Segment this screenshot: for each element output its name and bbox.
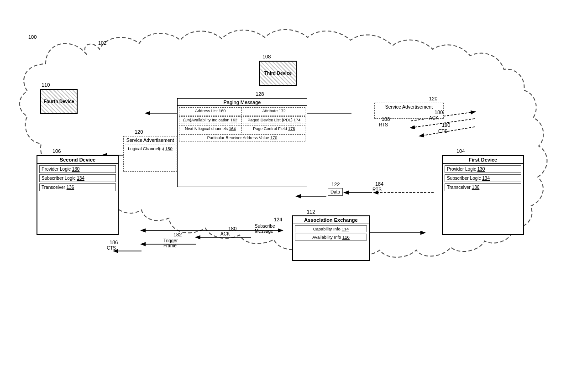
ref-106: 106 <box>52 148 61 154</box>
paging-receiver-addr: Particular Receiver Address Value 170 <box>179 134 305 141</box>
data-box: Data <box>328 188 343 196</box>
service-adv-right-title: Service Advertisement <box>375 103 443 110</box>
patent-diagram: 100 102 Fourth Device 110 Third Device 1… <box>0 0 566 392</box>
ref-188: 188 <box>382 116 390 122</box>
paging-message-title: Paging Message <box>178 99 307 106</box>
service-adv-left: Service Advertisement Logical Channel(s)… <box>123 136 177 172</box>
ref-120-left: 120 <box>135 129 143 135</box>
ref-120-right: 120 <box>429 96 437 101</box>
trigger-frame-label: TriggerFrame <box>163 238 178 248</box>
cts-left-label: CTS <box>107 246 116 251</box>
first-device-transceiver: Transceiver 136 <box>445 183 521 191</box>
ref-104: 104 <box>456 148 465 154</box>
rts-mid-label: RTS <box>372 187 382 192</box>
paging-next-n: Next N logical channels 164 <box>179 125 242 133</box>
ref-108: 108 <box>262 54 271 59</box>
paging-address-list: Address List 160 <box>179 107 242 115</box>
ref-184: 184 <box>375 181 383 187</box>
cts-right-label: CTS <box>438 129 447 134</box>
fourth-device-box: Fourth Device <box>40 89 78 114</box>
first-device-container: First Device Provider Logic 130 Subscrib… <box>442 155 524 235</box>
assoc-availability: Availability Info 116 <box>295 234 367 240</box>
paging-unavailability: (Un)Availability Indication 162 <box>179 116 242 125</box>
ack-mid-label: ACK <box>220 231 230 236</box>
ref-102: 102 <box>98 40 106 46</box>
second-device-transceiver: Transceiver 136 <box>39 183 116 191</box>
ref-112: 112 <box>307 209 315 214</box>
rts-right-label: RTS <box>379 122 388 127</box>
ref-180-right: 180 <box>435 110 443 115</box>
svg-line-12 <box>420 127 475 136</box>
paging-page-control: Page Control Field 176 <box>243 125 306 133</box>
ref-100: 100 <box>28 34 37 40</box>
second-device-subscriber: Subscriber Logic 134 <box>39 174 116 182</box>
ref-124: 124 <box>274 217 282 222</box>
ref-182: 182 <box>173 232 182 237</box>
paging-attribute: Attribute 172 <box>243 107 306 115</box>
ref-110: 110 <box>42 82 50 88</box>
ref-180-mid: 180 <box>228 226 236 231</box>
ref-190: 190 <box>442 122 450 128</box>
service-adv-left-title: Service Advertisement <box>124 136 177 144</box>
first-device-subscriber: Subscriber Logic 134 <box>445 174 521 182</box>
assoc-exchange-box: Association Exchange Capability Info 114… <box>292 215 370 261</box>
second-device-title: Second Device <box>37 156 118 164</box>
first-device-title: First Device <box>443 156 523 164</box>
subscribe-message-label: SubscribeMessage <box>255 224 275 234</box>
paging-paged-device: Paged Device List (PDL) 174 <box>243 116 306 125</box>
first-device-provider: Provider Logic 130 <box>445 165 521 173</box>
ack-right-label: ACK <box>429 115 439 120</box>
ref-186: 186 <box>110 240 118 245</box>
ref-128: 128 <box>256 91 264 97</box>
assoc-exchange-title: Association Exchange <box>293 216 369 224</box>
assoc-capability: Capability Info 114 <box>295 225 367 232</box>
third-device-box: Third Device <box>259 61 297 86</box>
paging-message-box: Paging Message Address List 160 Attribut… <box>177 98 307 187</box>
second-device-provider: Provider Logic 130 <box>39 165 116 173</box>
ref-122: 122 <box>331 182 340 187</box>
second-device-container: Second Device Provider Logic 130 Subscri… <box>37 155 119 235</box>
